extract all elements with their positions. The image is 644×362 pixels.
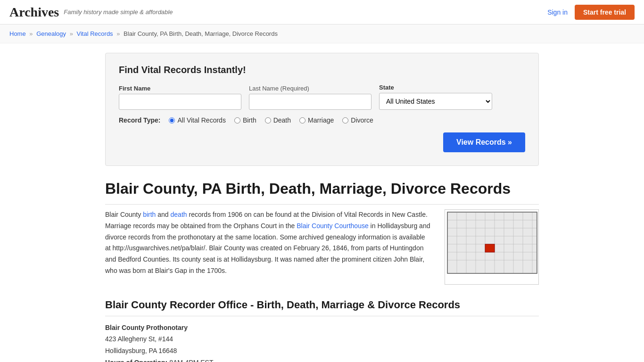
pa-map [445, 209, 539, 285]
search-fields: First Name Last Name (Required) State Al… [119, 84, 525, 110]
first-name-label: First Name [119, 85, 241, 92]
view-records-button[interactable]: View Records » [443, 132, 525, 152]
breadcrumb-sep-1: » [29, 30, 33, 37]
archives-logo: Archives [9, 5, 59, 20]
breadcrumb-genealogy[interactable]: Genealogy [36, 30, 66, 37]
header-right: Sign in Start free trial [547, 5, 635, 20]
svg-rect-16 [485, 244, 495, 252]
birth-link[interactable]: birth [143, 211, 156, 218]
state-group: State All United States [379, 84, 492, 110]
state-label: State [379, 84, 492, 91]
address-line2: Hollidaysburg, PA 16648 [105, 345, 539, 357]
record-type-label: Record Type: [119, 116, 160, 124]
breadcrumb-home[interactable]: Home [9, 30, 26, 37]
main-content: Find Vital Records Instantly! First Name… [96, 53, 548, 362]
start-trial-button[interactable]: Start free trial [575, 5, 635, 20]
hours-value: 8AM-4PM EST [169, 359, 213, 362]
page-header: Archives Family history made simple & af… [0, 0, 644, 25]
pa-map-container [445, 209, 539, 285]
search-btn-row: View Records » [119, 132, 525, 152]
first-name-group: First Name [119, 85, 241, 110]
hours-row: Hours of Operation: 8AM-4PM EST [105, 357, 539, 362]
content-section: Blair County birth and death records fro… [105, 209, 539, 285]
office-address: 423 Allegheny St, #144 Hollidaysburg, PA… [105, 333, 539, 362]
radio-divorce-label: Divorce [351, 116, 373, 124]
radio-death[interactable]: Death [265, 116, 291, 124]
last-name-input[interactable] [249, 94, 372, 110]
header-left: Archives Family history made simple & af… [9, 5, 173, 20]
radio-birth[interactable]: Birth [234, 116, 256, 124]
breadcrumb-sep-3: » [116, 30, 120, 37]
last-name-label: Last Name (Required) [249, 85, 372, 92]
first-name-input[interactable] [119, 94, 241, 110]
breadcrumb-vital-records[interactable]: Vital Records [77, 30, 113, 37]
content-paragraph: Blair County birth and death records fro… [105, 209, 430, 277]
pa-map-svg [445, 210, 539, 285]
desc-and: and [156, 211, 170, 218]
radio-marriage-input[interactable] [299, 117, 305, 123]
radio-birth-label: Birth [243, 116, 256, 124]
radio-divorce-input[interactable] [342, 117, 348, 123]
radio-all-vital[interactable]: All Vital Records [169, 116, 225, 124]
radio-all-vital-label: All Vital Records [177, 116, 225, 124]
courthouse-link[interactable]: Blair County Courthouse [297, 222, 369, 230]
death-link[interactable]: death [171, 211, 187, 218]
radio-birth-input[interactable] [234, 117, 240, 123]
sign-in-link[interactable]: Sign in [547, 8, 568, 16]
header-tagline: Family history made simple & affordable [64, 8, 173, 16]
breadcrumb-current: Blair County, PA Birth, Death, Marriage,… [124, 30, 278, 37]
recorder-section: Blair County Recorder Office - Birth, De… [105, 299, 539, 362]
hours-label: Hours of Operation: [105, 359, 167, 362]
search-box: Find Vital Records Instantly! First Name… [105, 53, 539, 166]
last-name-group: Last Name (Required) [249, 85, 372, 110]
radio-marriage[interactable]: Marriage [299, 116, 334, 124]
svg-rect-0 [447, 212, 537, 273]
breadcrumb: Home » Genealogy » Vital Records » Blair… [0, 25, 644, 43]
radio-marriage-label: Marriage [308, 116, 334, 124]
address-line1: 423 Allegheny St, #144 [105, 333, 539, 345]
content-text: Blair County birth and death records fro… [105, 209, 430, 285]
radio-death-input[interactable] [265, 117, 271, 123]
state-select[interactable]: All United States [379, 93, 492, 110]
desc-p1-cont: in Hollidaysburg and divorce records fro… [105, 222, 430, 274]
page-title: Blair County, PA Birth, Death, Marriage,… [105, 180, 539, 205]
office-name: Blair County Prothonotary [105, 324, 539, 331]
radio-divorce[interactable]: Divorce [342, 116, 373, 124]
radio-death-label: Death [273, 116, 291, 124]
recorder-section-title: Blair County Recorder Office - Birth, De… [105, 299, 539, 316]
record-type-row: Record Type: All Vital Records Birth Dea… [119, 116, 525, 124]
radio-all-vital-input[interactable] [169, 117, 175, 123]
desc-start: Blair County [105, 211, 143, 218]
breadcrumb-sep-2: » [70, 30, 73, 37]
search-title: Find Vital Records Instantly! [119, 65, 525, 75]
